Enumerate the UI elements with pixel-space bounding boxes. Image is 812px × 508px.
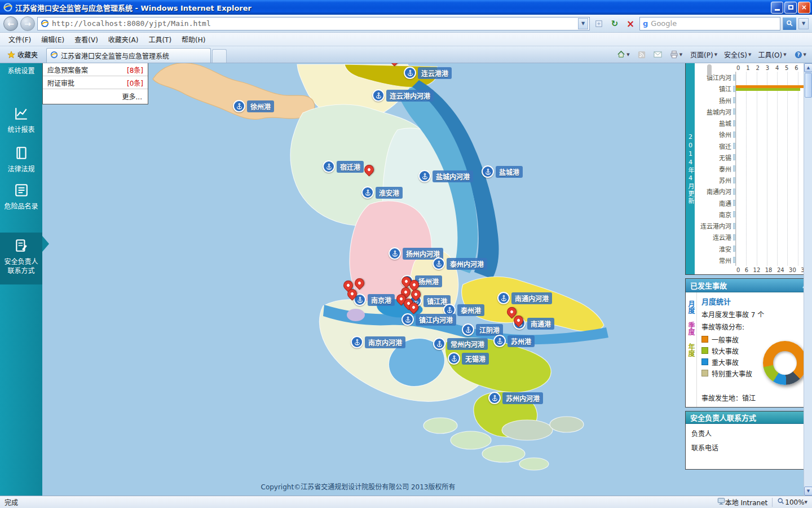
chart-category-label: 扬州	[696, 96, 733, 105]
menu-item[interactable]: 查看(V)	[69, 33, 103, 46]
title-bar: 江苏省港口安全监管与应急管理系统 - Windows Internet Expl…	[0, 0, 812, 15]
chart-category-label: 盐城内河	[696, 107, 733, 116]
compatibility-view-button[interactable]	[592, 17, 606, 30]
minimize-button[interactable]	[771, 2, 783, 14]
chart-row: 盐城	[696, 117, 808, 129]
chart-row: 苏州	[696, 174, 808, 186]
address-field[interactable]: http://localhost:8080/yjpt/Main.html ▼	[37, 17, 590, 30]
command-button[interactable]: 工具(O)▼	[754, 47, 789, 62]
security-zone: 本地 Intranet	[725, 497, 768, 507]
chart-category-label: 盐城	[696, 119, 733, 128]
scroll-down-button[interactable]: ▼	[804, 487, 812, 496]
feeds-button[interactable]	[634, 49, 649, 61]
refresh-button[interactable]: ↻	[608, 17, 621, 30]
sidebar-item-stats-report[interactable]: 统计报表	[0, 106, 42, 134]
sidebar-item-safety-contact[interactable]: 安全负责人联系方式	[0, 233, 42, 284]
menu-item[interactable]: 文件(F)	[3, 33, 36, 46]
chart-top-tick: 4	[775, 65, 779, 71]
sidebar-item-dangerous-goods[interactable]: 危险品名录	[0, 183, 42, 211]
chart-row: 连云港	[696, 231, 808, 243]
google-icon: g	[643, 19, 648, 28]
chart-row: 常州	[696, 255, 808, 266]
accident-tabs: 月度季度年度	[686, 292, 697, 407]
chart-category-label: 南通	[696, 199, 733, 208]
search-button[interactable]	[783, 17, 796, 30]
chart-row: 扬州	[696, 94, 808, 106]
quick-panel-row-value: [8条]	[127, 65, 143, 75]
close-button[interactable]: ×	[798, 2, 810, 14]
zoom-dropdown-caret[interactable]: ▼	[805, 500, 807, 505]
sidebar-item-laws[interactable]: 法律法规	[0, 146, 42, 174]
scroll-up-button[interactable]: ▲	[804, 63, 812, 72]
menu-item[interactable]: 工具(T)	[143, 33, 176, 46]
contact-panel-header[interactable]: 安全负责人联系方式	[686, 411, 811, 424]
quick-panel-row[interactable]: 附证审批[0条]	[43, 76, 148, 89]
chart-row-plot	[735, 152, 808, 163]
accident-tab-年度[interactable]: 年度	[686, 343, 696, 357]
favorites-button[interactable]: 收藏夹	[2, 47, 43, 62]
search-dropdown-button[interactable]: ▼	[798, 18, 809, 29]
address-dropdown-button[interactable]: ▼	[578, 18, 588, 29]
menu-item[interactable]: 收藏夹(A)	[103, 33, 144, 46]
command-bar: ▼ ▼ 页面(P)▼安全(S)▼工具(O)▼ ? ▼	[614, 47, 810, 62]
quick-panel-row-label: 应急预案备案	[47, 65, 88, 75]
incident-pin-icon[interactable]	[362, 163, 376, 176]
window-title: 江苏省港口安全监管与应急管理系统 - Windows Internet Expl…	[15, 2, 771, 13]
contact-panel: 安全负责人联系方式 负责人联系电话	[685, 411, 812, 470]
chart-row: 淮安	[696, 243, 808, 255]
chart-row-plot	[735, 94, 808, 106]
menu-item[interactable]: 编辑(E)	[36, 33, 69, 46]
chart-bottom-tick: 6	[745, 267, 748, 273]
menu-item[interactable]: 帮助(H)	[176, 33, 210, 46]
command-button[interactable]: 安全(S)▼	[721, 47, 754, 62]
zoom-icon[interactable]	[777, 497, 785, 507]
chart-bottom-tick: 24	[777, 267, 784, 273]
search-box[interactable]: g Google	[639, 17, 780, 30]
quick-panel-row[interactable]: 应急预案备案[8条]	[43, 63, 148, 76]
contact-panel-title: 安全负责人联系方式	[690, 412, 756, 423]
chart-category-label: 无锡	[696, 153, 733, 162]
copyright-text: Copyright©江苏省交通规划设计院股份有限公司 2013版权所有	[42, 481, 674, 491]
accident-count: 7	[751, 311, 756, 319]
accident-panel-header[interactable]: 已发生事故 ▲	[686, 279, 811, 292]
chart-category-label: 苏州	[696, 176, 733, 185]
chart-row-plot	[735, 174, 808, 186]
chart-top-tick: 6	[795, 65, 798, 71]
chart-row-plot	[735, 72, 808, 83]
tab-favicon-icon	[50, 51, 58, 60]
scroll-thumb[interactable]	[805, 73, 812, 98]
tab-main[interactable]: 江苏省港口安全监管与应急管理系统	[46, 48, 211, 63]
maximize-button[interactable]	[784, 2, 797, 14]
incident-pin-icon[interactable]	[352, 276, 366, 290]
mail-button[interactable]	[650, 48, 665, 61]
incident-pin-icon[interactable]	[387, 63, 401, 67]
accident-tab-月度[interactable]: 月度	[686, 300, 696, 314]
chart-row: 南通	[696, 198, 808, 209]
command-button[interactable]: 页面(P)▼	[687, 47, 721, 62]
accident-tab-季度[interactable]: 季度	[686, 322, 696, 335]
stop-button[interactable]: ×	[624, 17, 637, 30]
sidebar-item-label: 危险品名录	[2, 202, 41, 211]
back-button[interactable]: ←	[3, 16, 18, 31]
print-button[interactable]: ▼	[667, 48, 686, 61]
quick-panel-rows: 应急预案备案[8条]附证审批[0条]	[43, 63, 148, 89]
zoom-level[interactable]: 100%	[785, 498, 804, 506]
help-button[interactable]: ? ▼	[791, 49, 810, 61]
left-sidebar: 系统设置统计报表法律法规危险品名录安全负责人联系方式	[0, 63, 42, 496]
stats-chart-panel: 2014年4月更新 01234567 镇江内河镇江扬州盐城内河盐城徐州宿迁无锡泰…	[685, 63, 812, 275]
quick-panel-more-link[interactable]: 更多...	[43, 89, 148, 104]
chart-top-tick: 0	[736, 65, 740, 71]
chart-scrollbar-thumb[interactable]	[707, 64, 712, 77]
new-tab-stub[interactable]	[212, 49, 227, 63]
chart-rows: 镇江内河镇江扬州盐城内河盐城徐州宿迁无锡泰州苏州南通内河南通南京连云港内河连云港…	[696, 72, 808, 266]
accident-distribution-label: 事故等级分布:	[701, 322, 807, 331]
gear-icon	[13, 63, 30, 64]
chart-row-plot	[735, 255, 808, 266]
chart-category-label: 常州	[696, 256, 733, 265]
chart-row-plot	[735, 117, 808, 129]
home-button[interactable]: ▼	[614, 48, 633, 61]
sidebar-item-system-settings[interactable]: 系统设置	[0, 63, 42, 76]
vertical-scrollbar[interactable]: ▲ ▼	[804, 63, 812, 496]
contact-icon	[13, 238, 30, 255]
forward-button[interactable]: →	[20, 16, 35, 31]
